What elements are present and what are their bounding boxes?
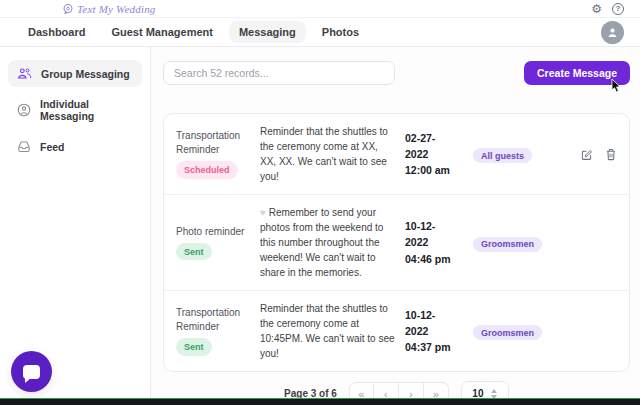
sidebar: Group Messaging Individual Messaging Fee… <box>0 47 151 398</box>
audience-badge: All guests <box>473 148 532 163</box>
audience-badge: Groomsmen <box>473 237 542 252</box>
group-icon <box>17 67 32 80</box>
feed-icon <box>17 140 31 153</box>
spinner-icon <box>491 389 497 399</box>
table-row[interactable]: Photo reminder Sent ♥ Remember to send y… <box>164 195 629 291</box>
settings-gear-icon[interactable]: ⚙ <box>591 3 602 15</box>
message-title: Photo reminder <box>176 225 254 239</box>
message-datetime: 10-12-2022 04:37 pm <box>405 307 453 356</box>
chat-bubble-icon <box>23 365 40 379</box>
message-title: Transportation Reminder <box>176 129 254 156</box>
message-text: Reminder that the shuttles to the ceremo… <box>260 124 405 184</box>
sidebar-item-individual-messaging[interactable]: Individual Messaging <box>8 91 142 129</box>
table-row[interactable]: Transportation Reminder Scheduled Remind… <box>164 114 629 195</box>
message-datetime: 10-12-2022 04:46 pm <box>405 218 453 267</box>
table-row[interactable]: Transportation Reminder Sent Reminder th… <box>164 291 629 371</box>
status-badge: Scheduled <box>176 161 238 178</box>
sidebar-item-group-messaging[interactable]: Group Messaging <box>8 60 142 87</box>
heart-emoji: ♥ <box>260 207 269 218</box>
search-input[interactable] <box>163 61 395 85</box>
chat-widget-button[interactable] <box>11 351 52 392</box>
message-title: Transportation Reminder <box>176 306 254 333</box>
person-icon <box>17 103 31 117</box>
status-badge: Sent <box>176 243 212 260</box>
message-text: ♥ Remember to send your photos from the … <box>260 205 405 280</box>
tab-photos[interactable]: Photos <box>312 21 369 43</box>
tab-messaging[interactable]: Messaging <box>229 21 306 43</box>
user-avatar[interactable] <box>601 21 624 44</box>
tab-guest-management[interactable]: Guest Management <box>101 21 222 43</box>
avatar-person-icon <box>606 26 619 39</box>
sidebar-item-label: Individual Messaging <box>40 98 133 122</box>
message-text: Reminder that the shuttles to the ceremo… <box>260 301 405 361</box>
audience-badge: Groomsmen <box>473 325 542 340</box>
main-nav: Dashboard Guest Management Messaging Pho… <box>0 18 640 47</box>
bottom-bar <box>0 398 640 405</box>
delete-icon[interactable] <box>605 148 617 161</box>
help-icon[interactable]: ? <box>612 3 624 15</box>
logo-text: Text My Wedding <box>77 3 156 15</box>
sidebar-item-feed[interactable]: Feed <box>8 133 142 160</box>
logo-bubble-icon <box>62 3 74 15</box>
tab-dashboard[interactable]: Dashboard <box>18 21 95 43</box>
edit-icon[interactable] <box>580 148 593 161</box>
messages-table: Transportation Reminder Scheduled Remind… <box>163 113 630 372</box>
message-datetime: 02-27-2022 12:00 am <box>405 130 453 179</box>
app-logo[interactable]: Text My Wedding <box>62 3 156 15</box>
sidebar-item-label: Feed <box>40 141 65 153</box>
main-panel: Create Message Transportation Reminder S… <box>151 47 640 398</box>
top-logo-bar: Text My Wedding ⚙ ? <box>0 0 640 18</box>
sidebar-item-label: Group Messaging <box>41 68 130 80</box>
status-badge: Sent <box>176 338 212 355</box>
create-message-button[interactable]: Create Message <box>524 61 630 85</box>
